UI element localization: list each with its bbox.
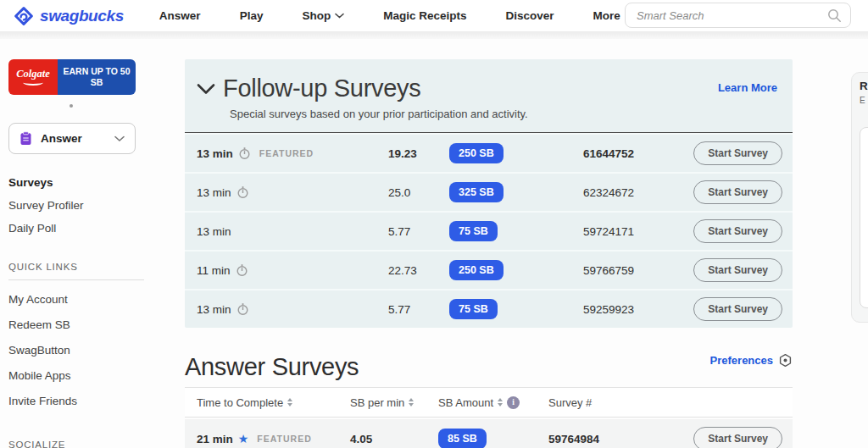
search-input[interactable] — [626, 9, 827, 22]
followup-header: Follow-up Surveys Special surveys based … — [185, 59, 793, 132]
sb-amount-cell: 250 SB — [449, 260, 583, 280]
column-sb-amount[interactable]: SB Amount i — [438, 396, 548, 409]
sb-per-min: 25.0 — [388, 186, 449, 199]
sidebar-item-redeem-sb[interactable]: Redeem SB — [8, 311, 153, 336]
column-sb-per-min[interactable]: SB per min — [350, 396, 438, 409]
start-survey-button[interactable]: Start Survey — [693, 258, 782, 282]
time-to-complete: 13 min — [197, 225, 388, 238]
featured-badge: FEATURED — [259, 148, 314, 158]
followup-collapse-toggle[interactable]: Follow-up Surveys — [197, 75, 779, 102]
timer-icon — [238, 147, 251, 160]
sb-amount-cell: 75 SB — [449, 299, 583, 319]
sort-icon — [409, 398, 414, 407]
sb-amount-badge: 75 SB — [449, 221, 498, 241]
followup-survey-row: 13 min 5.77 75 SB 59724171 Start Survey — [185, 211, 793, 250]
sb-amount-badge: 250 SB — [449, 143, 504, 163]
swagbucks-logo[interactable]: swagbucks — [14, 6, 124, 26]
column-survey-number: Survey # — [548, 396, 782, 409]
sb-amount-badge: 325 SB — [449, 182, 504, 202]
chevron-down-icon — [335, 13, 344, 19]
colgate-ad-banner[interactable]: Colgate EARN UP TO 50 SB — [8, 59, 136, 95]
survey-number: 59766759 — [583, 264, 693, 277]
divider — [8, 279, 144, 280]
recommended-panel-partial: R E — [851, 72, 868, 323]
swagbucks-wordmark: swagbucks — [40, 7, 124, 25]
sidebar-item-swagbutton[interactable]: SwagButton — [8, 336, 153, 362]
nav-item-discover[interactable]: Discover — [505, 9, 554, 22]
sidebar-item-survey-profiler[interactable]: Survey Profiler — [8, 194, 153, 217]
clipboard-icon — [19, 131, 32, 146]
time-to-complete: 13 min FEATURED — [197, 147, 388, 160]
followup-survey-row: 13 min 25.0 325 SB 62324672 Start Survey — [185, 172, 793, 211]
ad-offer-text: EARN UP TO 50 SB — [58, 59, 136, 95]
start-survey-button[interactable]: Start Survey — [693, 219, 782, 243]
sort-icon — [498, 398, 503, 407]
sb-amount-cell: 250 SB — [449, 143, 583, 163]
survey-number: 59724171 — [583, 225, 693, 238]
time-to-complete: 21 min ★ FEATURED — [197, 432, 350, 445]
nav-item-answer[interactable]: Answer — [159, 9, 201, 22]
search-icon[interactable] — [827, 8, 842, 23]
answer-surveys-title: Answer Surveys — [185, 341, 793, 381]
sb-per-min: 4.05 — [350, 433, 438, 445]
nav-item-shop[interactable]: Shop — [302, 9, 344, 22]
info-icon[interactable]: i — [507, 396, 520, 409]
main-content: Follow-up Surveys Special surveys based … — [185, 59, 793, 448]
sidebar-item-invite-friends[interactable]: Invite Friends — [8, 387, 153, 412]
nav-menu: Answer Play Shop Magic Receipts Discover… — [159, 9, 634, 22]
ad-carousel-dot[interactable] — [70, 104, 73, 108]
answer-surveys-column-headers: Time to Complete SB per min SB Amount i … — [185, 387, 793, 418]
nav-item-magic-receipts[interactable]: Magic Receipts — [383, 9, 466, 22]
sb-amount-cell: 325 SB — [449, 182, 583, 202]
socialize-header: SOCIALIZE — [8, 440, 153, 448]
preferences-link[interactable]: Preferences — [710, 353, 793, 368]
sb-per-min: 5.77 — [388, 225, 449, 238]
learn-more-link[interactable]: Learn More — [718, 81, 777, 94]
sidebar-item-daily-poll[interactable]: Daily Poll — [8, 217, 153, 240]
survey-number: 61644752 — [583, 147, 693, 160]
timer-icon — [236, 263, 248, 277]
start-survey-button[interactable]: Start Survey — [693, 141, 782, 165]
time-to-complete: 13 min — [197, 185, 388, 199]
followup-survey-row: 13 min 5.77 75 SB 59259923 Start Survey — [185, 289, 793, 328]
quick-links-header: QUICK LINKS — [8, 262, 153, 272]
answer-survey-row: 21 min ★ FEATURED 4.05 85 SB 59764984 St… — [185, 419, 793, 448]
survey-number: 62324672 — [583, 186, 693, 199]
followup-survey-row: 13 min FEATURED 19.23 250 SB 61644752 St… — [185, 133, 793, 172]
smart-search-box — [625, 3, 851, 28]
top-navbar: swagbucks Answer Play Shop Magic Receipt… — [0, 0, 868, 31]
survey-number: 59764984 — [548, 433, 693, 445]
featured-badge: FEATURED — [257, 434, 311, 444]
sb-amount-badge: 250 SB — [449, 260, 504, 280]
right-panel-card[interactable] — [860, 127, 868, 308]
answer-links-group: Surveys Survey Profiler Daily Poll — [8, 171, 153, 240]
chevron-down-icon — [114, 136, 125, 142]
gear-icon — [778, 353, 793, 368]
sb-per-min: 5.77 — [388, 303, 449, 316]
start-survey-button[interactable]: Start Survey — [693, 427, 782, 448]
survey-number: 59259923 — [583, 303, 693, 316]
featured-star-icon: ★ — [238, 432, 249, 445]
followup-subtitle: Special surveys based on your prior part… — [230, 108, 779, 120]
sidebar-item-surveys[interactable]: Surveys — [8, 171, 153, 194]
sidebar-item-my-account[interactable]: My Account — [8, 285, 153, 311]
sidebar-item-mobile-apps[interactable]: Mobile Apps — [8, 362, 153, 387]
quick-links-group: My Account Redeem SB SwagButton Mobile A… — [8, 285, 153, 412]
sb-amount-cell: 75 SB — [449, 221, 583, 241]
followup-survey-row: 11 min 22.73 250 SB 59766759 Start Surve… — [185, 250, 793, 289]
category-dropdown[interactable]: Answer — [8, 123, 136, 154]
swagbucks-logo-icon — [14, 6, 34, 26]
navbar-shadow-divider — [0, 31, 868, 39]
answer-surveys-header: Answer Surveys Preferences — [185, 341, 793, 387]
sb-amount-badge: 85 SB — [438, 429, 487, 448]
column-time-to-complete[interactable]: Time to Complete — [197, 396, 350, 409]
start-survey-button[interactable]: Start Survey — [693, 297, 782, 321]
start-survey-button[interactable]: Start Survey — [693, 180, 782, 204]
left-sidebar: Colgate EARN UP TO 50 SB Answer Surveys … — [8, 59, 153, 448]
followup-title: Follow-up Surveys — [223, 75, 420, 102]
nav-item-play[interactable]: Play — [240, 9, 264, 22]
sb-per-min: 22.73 — [388, 264, 449, 277]
category-dropdown-value: Answer — [41, 132, 114, 145]
right-panel-subtitle: E — [860, 96, 868, 105]
right-panel-title: R — [860, 80, 868, 92]
